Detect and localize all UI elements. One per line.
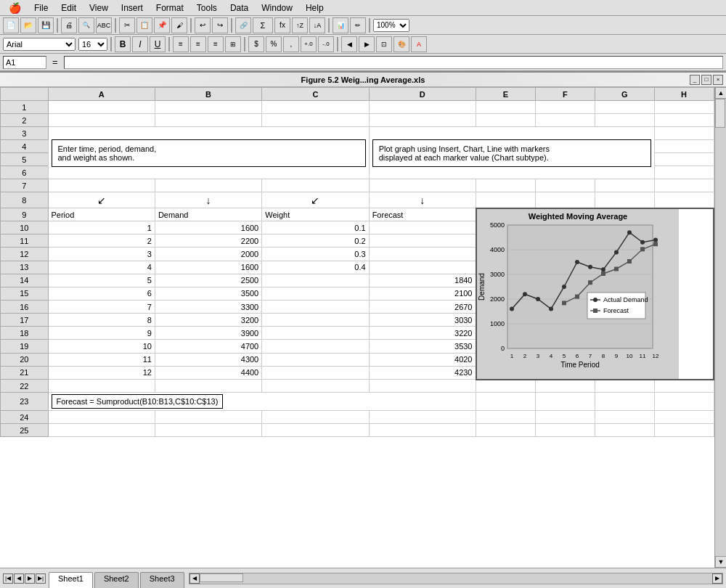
cell-B15[interactable]: 3500	[155, 287, 261, 300]
cell-H8[interactable]	[654, 192, 714, 208]
align-left-button[interactable]: ≡	[173, 36, 189, 52]
cell-F24[interactable]	[535, 411, 595, 424]
cell-A17[interactable]: 8	[48, 314, 155, 327]
decrease-indent-button[interactable]: ◀	[341, 36, 357, 52]
paste-button[interactable]: 📌	[154, 17, 170, 33]
cell-B1[interactable]	[155, 101, 261, 114]
cell-B2[interactable]	[155, 114, 261, 127]
cell-C9[interactable]: Weight	[262, 208, 369, 221]
sort-asc-button[interactable]: ↑Z	[292, 17, 308, 33]
cell-B25[interactable]	[155, 424, 261, 437]
cell-A16[interactable]: 7	[48, 300, 155, 313]
cell-B24[interactable]	[155, 411, 261, 424]
col-header-B[interactable]: B	[155, 88, 261, 101]
sort-desc-button[interactable]: ↓A	[309, 17, 325, 33]
row-header-10[interactable]: 10	[1, 221, 49, 234]
cell-G7[interactable]	[595, 179, 654, 192]
cell-D25[interactable]	[369, 424, 476, 437]
zoom-select[interactable]: 100%	[373, 19, 409, 32]
decrease-decimal-button[interactable]: -.0	[318, 36, 334, 52]
sheet-tab-1[interactable]: Sheet1	[49, 572, 93, 588]
cell-C11[interactable]: 0.2	[262, 234, 369, 248]
cell-F1[interactable]	[535, 101, 595, 114]
cell-E25[interactable]	[476, 424, 536, 437]
row-header-7[interactable]: 7	[1, 179, 49, 192]
cell-B9[interactable]: Demand	[155, 208, 261, 221]
cell-D1[interactable]	[369, 101, 476, 114]
cell-B10[interactable]: 1600	[155, 221, 261, 234]
menu-file[interactable]: File	[28, 1, 54, 15]
close-button[interactable]: ×	[713, 75, 723, 85]
cell-G8[interactable]	[595, 192, 654, 208]
cell-A13[interactable]: 4	[48, 261, 155, 274]
open-button[interactable]: 📂	[20, 17, 36, 33]
underline-button[interactable]: U	[150, 36, 166, 52]
scroll-up-button[interactable]: ▲	[715, 87, 726, 99]
cell-B13[interactable]: 1600	[155, 261, 261, 274]
cell-B11[interactable]: 2200	[155, 234, 261, 248]
cell-H6[interactable]	[654, 166, 714, 179]
cell-D8[interactable]: ↓	[369, 192, 476, 208]
cell-C17[interactable]	[262, 314, 369, 327]
cell-C22[interactable]	[262, 380, 369, 393]
scrollbar-thumb[interactable]	[715, 99, 725, 128]
cell-A9[interactable]: Period	[48, 208, 155, 221]
save-button[interactable]: 💾	[38, 17, 54, 33]
row-header-22[interactable]: 22	[1, 380, 49, 393]
cell-C16[interactable]	[262, 300, 369, 313]
menu-tools[interactable]: Tools	[191, 1, 223, 15]
cell-H7[interactable]	[654, 179, 714, 192]
cell-D24[interactable]	[369, 411, 476, 424]
cell-C25[interactable]	[262, 424, 369, 437]
sheet-tab-3[interactable]: Sheet3	[140, 572, 184, 588]
new-button[interactable]: 📄	[3, 17, 19, 33]
font-select[interactable]: Arial	[3, 38, 76, 51]
cell-H25[interactable]	[654, 424, 714, 437]
cell-A12[interactable]: 3	[48, 248, 155, 261]
next-sheet-button[interactable]: ▶	[25, 573, 35, 584]
cell-A10[interactable]: 1	[48, 221, 155, 234]
cell-H1[interactable]	[654, 101, 714, 114]
last-sheet-button[interactable]: ▶|	[36, 573, 46, 584]
cell-A25[interactable]	[48, 424, 155, 437]
cell-B17[interactable]: 3200	[155, 314, 261, 327]
row-header-1[interactable]: 1	[1, 101, 49, 114]
cell-D2[interactable]	[369, 114, 476, 127]
menu-help[interactable]: Help	[300, 1, 330, 15]
apple-menu[interactable]: 🍎	[3, 2, 27, 14]
cell-D22[interactable]	[369, 380, 476, 393]
borders-button[interactable]: ⊡	[376, 36, 392, 52]
row-header-9[interactable]: 9	[1, 208, 49, 221]
cell-H4[interactable]	[654, 140, 714, 153]
cut-button[interactable]: ✂	[119, 17, 135, 33]
hyperlink-button[interactable]: 🔗	[235, 17, 251, 33]
spell-check-button[interactable]: ABC	[96, 17, 112, 33]
cell-B18[interactable]: 3900	[155, 327, 261, 340]
cell-D12[interactable]	[369, 248, 476, 261]
font-color-button[interactable]: A	[411, 36, 427, 52]
cell-A24[interactable]	[48, 411, 155, 424]
row-header-2[interactable]: 2	[1, 114, 49, 127]
cell-E7[interactable]	[476, 179, 536, 192]
cell-H3[interactable]	[654, 127, 714, 140]
cell-G2[interactable]	[595, 114, 654, 127]
fx-button[interactable]: fx	[274, 17, 290, 33]
print-preview-button[interactable]: 🔍	[78, 17, 94, 33]
autosum-button[interactable]: Σ	[253, 17, 273, 33]
row-header-20[interactable]: 20	[1, 353, 49, 366]
col-header-A[interactable]: A	[48, 88, 155, 101]
cell-B16[interactable]: 3300	[155, 300, 261, 313]
cell-H22[interactable]	[654, 380, 714, 393]
cell-B7[interactable]	[155, 179, 261, 192]
cell-C15[interactable]	[262, 287, 369, 300]
print-button[interactable]: 🖨	[61, 17, 77, 33]
scroll-right-button[interactable]: ▶	[712, 573, 722, 584]
menu-edit[interactable]: Edit	[55, 1, 82, 15]
col-header-D[interactable]: D	[369, 88, 476, 101]
cell-H23[interactable]	[654, 393, 714, 411]
col-header-G[interactable]: G	[595, 88, 654, 101]
cell-A21[interactable]: 12	[48, 366, 155, 379]
cell-F25[interactable]	[535, 424, 595, 437]
cell-C10[interactable]: 0.1	[262, 221, 369, 234]
cell-A19[interactable]: 10	[48, 340, 155, 353]
